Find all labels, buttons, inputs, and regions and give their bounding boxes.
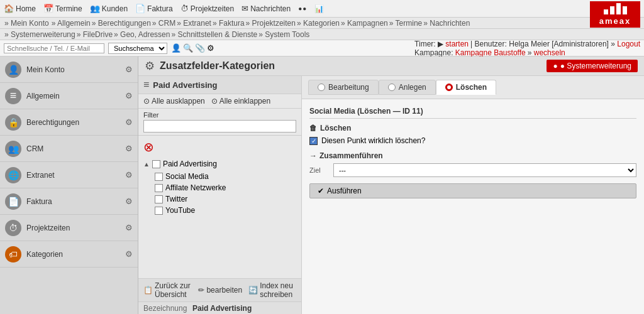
gear-icon-berechtigungen[interactable]: ⚙ — [125, 117, 133, 127]
expand-label: Alle ausklappen — [152, 97, 205, 106]
sidebar-label-projektzeiten: Projektzeiten — [26, 224, 70, 232]
gear-icon-kategorien[interactable]: ⚙ — [125, 249, 133, 259]
sidebar-icon-allgemein: ≡ — [5, 88, 21, 104]
logo-bars — [604, 3, 627, 14]
search-icon3[interactable]: 📎 — [195, 43, 205, 53]
kampagne-wechseln[interactable]: wechseln — [534, 48, 565, 57]
tree-child-twitter: Twitter — [155, 193, 296, 205]
zusammenfuhren-title-text: Zusammenführen — [319, 151, 383, 160]
edit-btn[interactable]: ✏ bearbeiten — [198, 286, 242, 295]
right-content: Social Media (Löschen — ID 11) 🗑 Löschen… — [302, 99, 644, 314]
ziel-label: Ziel — [309, 166, 328, 174]
sidebar-item-berechtigungen[interactable]: 🔒 Berechtigungen ⚙ — [0, 109, 138, 136]
collapse-all-btn[interactable]: ⊙ Alle einklappen — [211, 97, 270, 106]
back-to-overview-btn[interactable]: 📋 Zurück zur Übersicht — [143, 281, 192, 299]
bc2-filedrive[interactable]: » FileDrive — [77, 30, 113, 39]
sidebar-item-crm[interactable]: 👥 CRM ⚙ — [0, 136, 138, 162]
filter-input[interactable] — [143, 120, 296, 133]
bc-crm[interactable]: » CRM — [152, 19, 175, 28]
checkmark-icon: ✓ — [311, 138, 316, 144]
reindex-btn[interactable]: 🔄 Index neu schreiben — [248, 281, 296, 299]
timer-starten[interactable]: starten — [445, 40, 469, 48]
delete-confirm-checkbox[interactable]: ✓ — [309, 137, 318, 145]
tree-child-checkbox-affilate[interactable] — [155, 184, 163, 192]
panel-actions: ⊙ Alle ausklappen ⊙ Alle einklappen — [138, 94, 301, 109]
gear-icon-allgemein[interactable]: ⚙ — [125, 91, 133, 100]
logout-link[interactable]: Logout — [617, 40, 640, 48]
nav-projektzeiten[interactable]: ⏱ Projektzeiten — [180, 4, 234, 13]
gear-icon-extranet[interactable]: ⚙ — [125, 170, 133, 180]
gear-icon-faktura[interactable]: ⚙ — [125, 197, 133, 206]
content-area: ⚙ Zusatzfelder-Kategorien ● ● Systemerwe… — [138, 57, 644, 314]
bc-kampagnen[interactable]: » Kampagnen — [341, 19, 388, 28]
bc-berechtigungen[interactable]: » Berechtigungen — [92, 19, 151, 28]
sidebar-item-kategorien[interactable]: 🏷 Kategorien ⚙ — [0, 241, 138, 268]
systemerweiterung-dot: ● — [553, 62, 557, 70]
logo-text: ameax — [599, 16, 631, 26]
logo-area: ameax — [590, 1, 640, 28]
tree-child-checkbox-twitter[interactable] — [155, 195, 163, 203]
tree-parent-label: Paid Advertising — [163, 160, 217, 168]
bc-extranet[interactable]: » Extranet — [177, 19, 211, 28]
execute-icon: ✔ — [318, 187, 324, 195]
extra1-icon: ●● — [298, 5, 307, 12]
execute-label: Ausführen — [327, 187, 362, 195]
nav-nachrichten[interactable]: ✉ Nachrichten — [242, 4, 291, 13]
gear-icon-crm[interactable]: ⚙ — [125, 144, 133, 153]
tab-label-loschen: Löschen — [456, 83, 487, 92]
gear-icon-meinkonto[interactable]: ⚙ — [125, 65, 133, 74]
nav-home-label: Home — [16, 4, 36, 13]
tree-parent-item: ▲ Paid Advertising — [143, 158, 296, 170]
sidebar-item-faktura[interactable]: 📄 Faktura ⚙ — [0, 188, 138, 215]
sidebar-item-meinkonto[interactable]: 👤 Mein Konto ⚙ — [0, 57, 138, 83]
systemerweiterung-button[interactable]: ● ● Systemerweiterung — [547, 60, 638, 72]
nav-chart[interactable]: 📊 — [314, 4, 324, 13]
sidebar-icon-extranet: 🌐 — [5, 167, 21, 183]
tab-bearbeitung[interactable]: Bearbeitung — [308, 80, 379, 95]
sidebar-item-projektzeiten[interactable]: ⏱ Projektzeiten ⚙ — [0, 215, 138, 241]
nav-kunden[interactable]: 👥 Kunden — [90, 4, 128, 13]
bc-nachrichten[interactable]: » Nachrichten — [423, 19, 470, 28]
tab-anlegen[interactable]: Anlegen — [379, 80, 436, 95]
zusammenfuhren-section: → Zusammenführen Ziel --- — [309, 151, 636, 177]
tree-toggle[interactable]: ▲ — [143, 161, 150, 168]
expand-all-btn[interactable]: ⊙ Alle ausklappen — [143, 97, 205, 106]
bc-projektzeiten[interactable]: » Projektzeiten — [246, 19, 296, 28]
nachrichten-icon: ✉ — [242, 4, 248, 13]
tree-child-checkbox-youtube[interactable] — [155, 207, 163, 215]
search-icon2[interactable]: 🔍 — [183, 43, 193, 53]
ziel-select[interactable]: --- — [333, 163, 636, 177]
nav-extra1[interactable]: ●● — [298, 5, 307, 12]
back-icon: 📋 — [143, 286, 153, 295]
bc2-schnittstellen[interactable]: » Schnittstellen & Dienste — [171, 30, 257, 39]
faktura-icon: 📄 — [135, 4, 145, 13]
bc-termine[interactable]: » Termine — [389, 19, 422, 28]
bc-meinkonto[interactable]: » Mein Konto — [4, 19, 49, 28]
tab-loschen[interactable]: Löschen — [436, 80, 496, 95]
bc-allgemein[interactable]: » Allgemein — [52, 19, 91, 28]
schema-select[interactable]: Suchschema — [108, 43, 167, 54]
nav-termine[interactable]: 📅 Termine — [43, 4, 82, 13]
bc-kategorien[interactable]: » Kategorien — [297, 19, 340, 28]
zusammenfuhren-title: → Zusammenführen — [309, 151, 636, 160]
search-input[interactable] — [4, 43, 104, 53]
execute-button[interactable]: ✔ Ausführen — [309, 183, 636, 198]
tree-parent-checkbox[interactable] — [152, 160, 160, 168]
tree-child-checkbox-socialmedia[interactable] — [155, 173, 163, 181]
sidebar-item-allgemein[interactable]: ≡ Allgemein ⚙ — [0, 83, 138, 109]
bc2-systemtools[interactable]: » System Tools — [258, 30, 309, 39]
bottom-info: Bezeichnung Paid Advertising Infos ↕ — [138, 301, 301, 314]
content-header-icon: ⚙ — [145, 59, 155, 73]
sidebar-item-extranet[interactable]: 🌐 Extranet ⚙ — [0, 162, 138, 188]
bc-faktura[interactable]: » Faktura — [213, 19, 245, 28]
bc2-systemerweiterung[interactable]: » Systemerweiterung — [4, 30, 75, 39]
kampagne-link[interactable]: Kampagne Baustoffe — [455, 48, 526, 57]
nav-faktura[interactable]: 📄 Faktura — [135, 4, 173, 13]
ziel-row: Ziel --- — [309, 163, 636, 177]
bc2-geo[interactable]: » Geo, Adressen — [114, 30, 170, 39]
gear-icon-projektzeiten[interactable]: ⚙ — [125, 223, 133, 232]
nav-home[interactable]: 🏠 Home — [4, 4, 36, 13]
info-row-bezeichnung: Bezeichnung Paid Advertising — [143, 304, 296, 313]
search-icon1[interactable]: 👤 — [171, 43, 181, 53]
search-icon4[interactable]: ⚙ — [207, 43, 214, 53]
